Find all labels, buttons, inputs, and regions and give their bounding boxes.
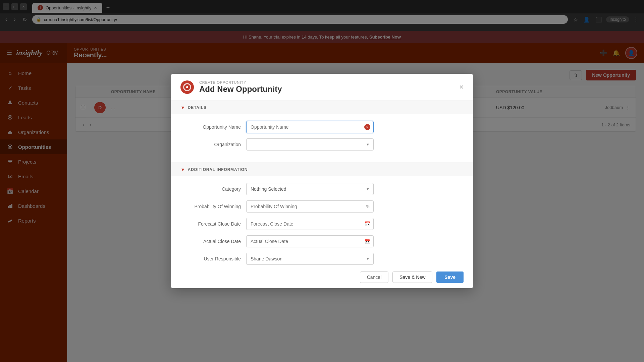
probability-label: Probability Of Winning: [180, 204, 241, 209]
category-field: Nothing Selected: [246, 183, 374, 195]
organization-row: Organization: [180, 138, 464, 150]
additional-info-section: ▼ ADDITIONAL INFORMATION Category Nothin…: [171, 163, 473, 266]
forecast-close-date-field: 📅: [246, 218, 374, 230]
organization-field: [246, 138, 374, 150]
additional-info-section-body: Category Nothing Selected Probability Of…: [171, 176, 473, 266]
details-toggle-icon: ▼: [180, 105, 185, 110]
modal-overlay: CREATE OPPORTUNITY Add New Opportunity ×…: [0, 0, 644, 362]
probability-input[interactable]: [246, 200, 374, 213]
modal-icon: [180, 80, 194, 94]
user-responsible-select[interactable]: Shane Dawson: [246, 253, 374, 265]
actual-close-date-label: Actual Close Date: [180, 239, 241, 244]
additional-info-section-title: ADDITIONAL INFORMATION: [188, 167, 248, 172]
forecast-close-date-input[interactable]: [246, 218, 374, 230]
opportunity-name-field: ×: [246, 121, 374, 133]
forecast-close-date-row: Forecast Close Date 📅: [180, 218, 464, 230]
details-section-header[interactable]: ▼ DETAILS: [171, 101, 473, 114]
save-button[interactable]: Save: [436, 272, 464, 283]
opportunity-name-row: Opportunity Name ×: [180, 121, 464, 133]
opportunity-name-clear-icon[interactable]: ×: [364, 124, 370, 130]
user-responsible-field: Shane Dawson: [246, 253, 374, 265]
category-label: Category: [180, 186, 241, 192]
modal-body: ▼ DETAILS Opportunity Name × Organizat: [171, 101, 473, 266]
actual-close-date-field: 📅: [246, 235, 374, 247]
organization-label: Organization: [180, 142, 241, 147]
probability-field: %: [246, 200, 374, 213]
opportunity-name-input[interactable]: [246, 121, 374, 133]
user-responsible-row: User Responsible Shane Dawson: [180, 253, 464, 265]
forecast-close-date-label: Forecast Close Date: [180, 221, 241, 227]
actual-close-date-row: Actual Close Date 📅: [180, 235, 464, 247]
modal-title-section: CREATE OPPORTUNITY Add New Opportunity: [199, 80, 282, 94]
opportunity-name-label: Opportunity Name: [180, 124, 241, 130]
category-select[interactable]: Nothing Selected: [246, 183, 374, 195]
modal-footer: Cancel Save & New Save: [171, 266, 473, 288]
additional-info-toggle-icon: ▼: [180, 167, 185, 172]
user-responsible-label: User Responsible: [180, 256, 241, 261]
cancel-button[interactable]: Cancel: [360, 272, 389, 283]
category-row: Category Nothing Selected: [180, 183, 464, 195]
details-section: ▼ DETAILS Opportunity Name × Organizat: [171, 101, 473, 163]
save-new-button[interactable]: Save & New: [392, 272, 432, 283]
additional-info-section-header[interactable]: ▼ ADDITIONAL INFORMATION: [171, 163, 473, 176]
modal-title: Add New Opportunity: [199, 84, 282, 94]
modal-breadcrumb: CREATE OPPORTUNITY: [199, 80, 282, 84]
modal-icon-inner: [183, 83, 191, 91]
actual-close-date-input[interactable]: [246, 235, 374, 247]
details-section-title: DETAILS: [188, 105, 207, 110]
details-section-body: Opportunity Name × Organization: [171, 114, 473, 163]
modal-close-button[interactable]: ×: [459, 83, 464, 91]
modal: CREATE OPPORTUNITY Add New Opportunity ×…: [171, 74, 473, 288]
organization-select[interactable]: [246, 138, 374, 150]
modal-header: CREATE OPPORTUNITY Add New Opportunity ×: [171, 74, 473, 101]
probability-row: Probability Of Winning %: [180, 200, 464, 213]
